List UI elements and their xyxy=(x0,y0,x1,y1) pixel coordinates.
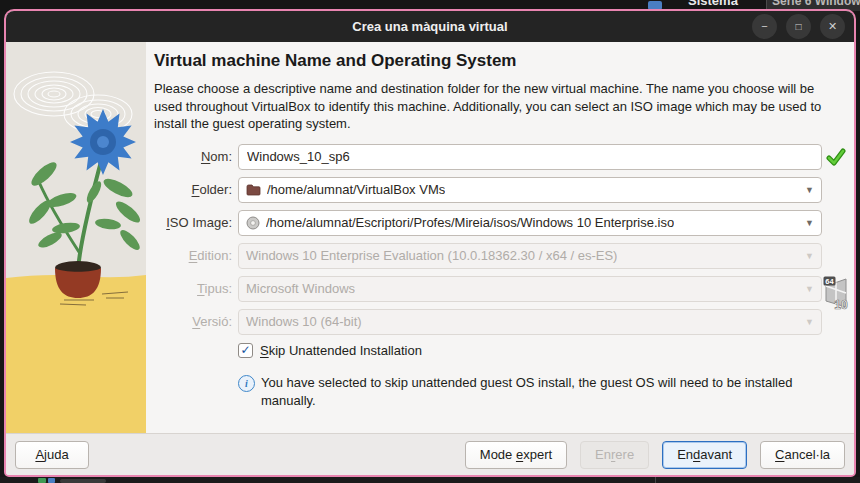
chevron-down-icon: ▼ xyxy=(805,218,814,228)
type-label: Tipus: xyxy=(154,281,238,296)
folder-label: Folder: xyxy=(154,182,238,197)
name-label: Nom: xyxy=(154,149,238,164)
maximize-button[interactable]: □ xyxy=(786,14,811,39)
iso-label: ISO Image: xyxy=(154,215,238,230)
field-row-version: Versió: Windows 10 (64-bit) ▼ xyxy=(154,309,846,335)
version-label: Versió: xyxy=(154,314,238,329)
chevron-down-icon: ▼ xyxy=(805,284,814,294)
create-vm-dialog: Crea una màquina virtual − □ ✕ xyxy=(4,9,856,477)
os-type-windows10-icon: 64 10 xyxy=(823,276,849,311)
version-combobox: Windows 10 (64-bit) ▼ xyxy=(238,309,822,335)
skip-unattended-label: Skip Unattended Installation xyxy=(260,343,422,358)
edition-label: Edition: xyxy=(154,248,238,263)
maximize-icon: □ xyxy=(795,22,801,32)
page-description: Please choose a descriptive name and des… xyxy=(154,80,846,133)
page-title: Virtual machine Name and Operating Syste… xyxy=(154,51,846,71)
dialog-footer: Ajuda Mode expert Enrere Endavant Cancel… xyxy=(6,433,854,475)
folder-combobox[interactable]: /home/alumnat/VirtualBox VMs ▼ xyxy=(238,177,822,203)
info-icon: i xyxy=(238,375,255,392)
iso-combobox[interactable]: /home/alumnat/Escriptori/Profes/Mireia/i… xyxy=(238,210,822,236)
unattended-skip-notice: i You have selected to skip unattended g… xyxy=(238,374,846,410)
chevron-down-icon: ▼ xyxy=(805,251,814,261)
disc-icon xyxy=(246,216,260,230)
folder-value: /home/alumnat/VirtualBox VMs xyxy=(267,182,445,197)
background-window-title-fragment: Serie 6 Windows 1 xyxy=(772,0,860,8)
svg-text:10: 10 xyxy=(834,298,848,311)
chevron-down-icon: ▼ xyxy=(805,317,814,327)
valid-check-icon xyxy=(826,147,846,167)
minimize-icon: − xyxy=(761,21,767,32)
chevron-down-icon: ▼ xyxy=(805,185,814,195)
close-icon: ✕ xyxy=(828,21,837,32)
cancel-button[interactable]: Cancel·la xyxy=(760,441,845,469)
window-controls: − □ ✕ xyxy=(752,14,845,39)
version-value: Windows 10 (64-bit) xyxy=(246,314,362,329)
plant-illustration xyxy=(6,42,146,433)
divider xyxy=(655,477,656,483)
name-input[interactable] xyxy=(238,144,822,170)
edition-combobox: Windows 10 Enterprise Evaluation (10.0.1… xyxy=(238,243,822,269)
field-row-edition: Edition: Windows 10 Enterprise Evaluatio… xyxy=(154,243,846,269)
field-row-iso: ISO Image: /home/alumnat/Escriptori/Prof… xyxy=(154,210,846,236)
background-icon-fragment xyxy=(38,478,46,483)
close-button[interactable]: ✕ xyxy=(820,14,845,39)
iso-value: /home/alumnat/Escriptori/Profes/Mireia/i… xyxy=(266,215,674,230)
type-combobox: Microsoft Windows ▼ xyxy=(238,276,822,302)
background-text-fragment xyxy=(60,479,106,483)
edition-value: Windows 10 Enterprise Evaluation (10.0.1… xyxy=(246,248,617,263)
back-button: Enrere xyxy=(580,441,649,469)
dialog-title: Crea una màquina virtual xyxy=(352,19,507,34)
field-row-folder: Folder: /home/alumnat/VirtualBox VMs ▼ xyxy=(154,177,846,203)
background-tab-label: Sistema xyxy=(688,0,738,8)
dialog-titlebar[interactable]: Crea una màquina virtual − □ ✕ xyxy=(6,11,854,42)
field-row-type: Tipus: Microsoft Windows ▼ xyxy=(154,276,846,302)
type-value: Microsoft Windows xyxy=(246,281,355,296)
folder-icon xyxy=(246,184,261,196)
field-row-name: Nom: xyxy=(154,144,846,170)
notice-text: You have selected to skip unattended gue… xyxy=(261,374,846,410)
checkbox-box: ✓ xyxy=(238,343,253,358)
checkmark-icon: ✓ xyxy=(240,344,250,356)
svg-text:64: 64 xyxy=(825,277,834,286)
help-button[interactable]: Ajuda xyxy=(15,441,89,469)
minimize-button[interactable]: − xyxy=(752,14,777,39)
background-icon-fragment xyxy=(48,478,55,483)
next-button[interactable]: Endavant xyxy=(662,441,747,469)
skip-unattended-checkbox[interactable]: ✓ Skip Unattended Installation xyxy=(238,343,846,358)
expert-mode-button[interactable]: Mode expert xyxy=(465,441,567,469)
background-window-bottom-strip xyxy=(0,477,860,483)
